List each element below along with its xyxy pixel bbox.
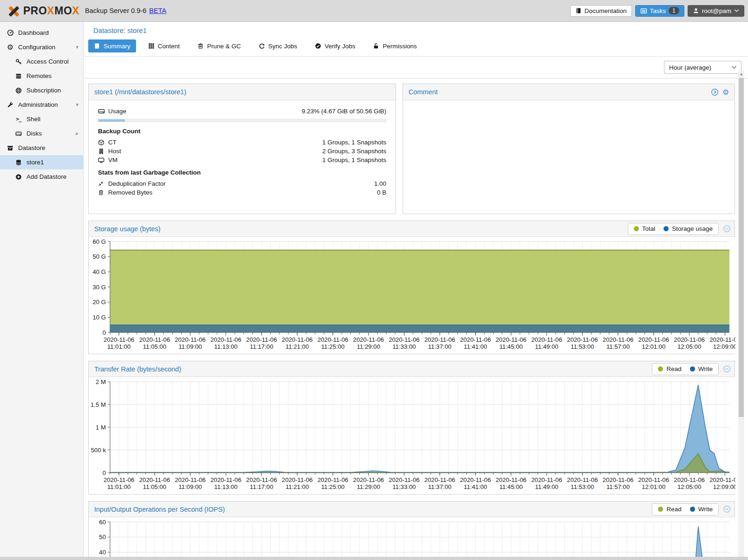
svg-text:40: 40 [99,549,106,556]
svg-text:11:53:00: 11:53:00 [571,483,594,490]
svg-text:11:25:00: 11:25:00 [321,343,345,350]
svg-text:11:33:00: 11:33:00 [392,483,416,490]
beta-link[interactable]: BETA [149,7,166,14]
expander-down-icon[interactable]: ▾ [76,44,78,50]
svg-text:11:17:00: 11:17:00 [250,483,273,490]
backup-count-heading: Backup Count [98,128,386,135]
sidebar-item-access-control[interactable]: Access Control [0,54,83,69]
gc-stats-heading: Stats from last Garbage Collection [98,169,386,176]
svg-text:60: 60 [99,519,106,526]
expander-down-icon[interactable]: ▾ [76,102,78,108]
svg-text:2020-11-06: 2020-11-06 [210,336,241,343]
sidebar-item-disks[interactable]: Disks ▸ [0,126,83,141]
store-panel-title: store1 (/mnt/datastores/store1) [94,88,186,96]
svg-text:11:13:00: 11:13:00 [214,343,237,350]
sidebar-item-administration[interactable]: Administration ▾ [0,98,83,112]
collapse-minus-circle-icon[interactable] [723,225,731,233]
sidebar-item-shell[interactable]: >_ Shell [0,112,83,126]
usage-row: Usage 9.23% (4.67 GiB of 50.56 GiB) [98,107,386,116]
terminal-icon: >_ [14,116,23,122]
chart-toolbar: Hour (average) [84,57,748,78]
usage-label: Usage [108,108,126,115]
svg-text:2020-11-06: 2020-11-06 [603,336,633,343]
legend-item-total[interactable]: Total [634,225,656,232]
svg-text:2020-11-06: 2020-11-06 [460,336,491,343]
sidebar-item-store1[interactable]: store1 [0,155,83,169]
ct-row: CT 1 Groups, 1 Snapshots [98,138,386,147]
svg-text:2020-11-06: 2020-11-06 [674,336,704,343]
tab-permissions[interactable]: Permissions [367,39,423,52]
comment-panel: Comment ⚙ [403,84,735,214]
timeframe-select[interactable]: Hour (average) [664,61,741,74]
tasks-count-badge: 1 [669,7,679,14]
storage-usage-chart-panel: Storage usage (bytes) Total Storage usag… [88,221,735,354]
legend-item-read[interactable]: Read [658,506,681,513]
sidebar-item-add-datastore[interactable]: Add Datastore [0,169,83,184]
scrollbar-thumb[interactable] [739,78,744,417]
sidebar-item-subscription[interactable]: Subscription [0,83,83,98]
svg-text:2020-11-06: 2020-11-06 [353,476,384,483]
svg-text:11:57:00: 11:57:00 [606,483,630,490]
tasks-button[interactable]: Tasks 1 [635,5,684,17]
sidebar-item-dashboard[interactable]: Dashboard [0,26,83,40]
svg-text:2020-11-06: 2020-11-06 [424,476,455,483]
book-icon [575,7,582,14]
svg-text:2020-11-06: 2020-11-06 [210,476,241,483]
user-menu-button[interactable]: root@pam [688,5,744,17]
brand-logo: PROXMOX [23,5,79,17]
server-stack-icon [14,73,23,79]
storage-usage-chart-title: Storage usage (bytes) [94,225,161,233]
svg-text:2020-11-06: 2020-11-06 [389,476,419,483]
tab-summary[interactable]: Summary [88,39,136,52]
svg-text:12:05:00: 12:05:00 [677,343,701,350]
svg-text:40 G: 40 G [92,268,106,275]
collapse-minus-circle-icon[interactable] [723,365,731,373]
vertical-scrollbar[interactable]: ▲ [738,71,744,557]
svg-text:2020-11-06: 2020-11-06 [495,336,526,343]
top-header-bar: PROXMOX Backup Server 0.9-6 BETA Documen… [0,0,748,22]
svg-text:2020-11-06: 2020-11-06 [175,336,205,343]
legend-item-read[interactable]: Read [658,365,681,372]
scroll-up-arrow-icon[interactable]: ▲ [738,71,744,77]
svg-text:11:41:00: 11:41:00 [464,343,487,350]
svg-text:2020-11-06: 2020-11-06 [709,476,735,483]
svg-text:2020-11-06: 2020-11-06 [460,476,491,483]
gears-icon: ⚙ [6,44,15,51]
svg-text:2020-11-06: 2020-11-06 [282,476,312,483]
legend-item-write[interactable]: Write [690,365,713,372]
svg-text:2020-11-06: 2020-11-06 [638,476,669,483]
legend-item-write[interactable]: Write [690,506,713,513]
monitor-icon [98,157,108,163]
sidebar: Dashboard ⚙ Configuration ▾ Access Contr… [0,22,84,557]
task-list-icon [640,7,647,14]
legend-dot [690,366,695,371]
documentation-button[interactable]: Documentation [570,5,632,17]
usage-value: 9.23% (4.67 GiB of 50.56 GiB) [302,108,386,115]
svg-text:2020-11-06: 2020-11-06 [175,476,205,483]
edit-comment-circle-chevron-icon[interactable] [711,88,719,96]
tab-verify-jobs[interactable]: Verify Jobs [309,39,361,52]
svg-text:1.5 M: 1.5 M [91,401,106,408]
sidebar-item-remotes[interactable]: Remotes [0,69,83,83]
svg-text:2020-11-06: 2020-11-06 [531,336,562,343]
gear-icon[interactable]: ⚙ [722,88,729,97]
svg-text:2020-11-06: 2020-11-06 [567,476,598,483]
svg-text:11:25:00: 11:25:00 [321,483,345,490]
tab-sync-jobs[interactable]: Sync Jobs [253,39,303,52]
svg-text:0: 0 [103,329,106,336]
svg-text:11:29:00: 11:29:00 [357,343,380,350]
tab-content[interactable]: Content [143,39,185,52]
sidebar-item-configuration[interactable]: ⚙ Configuration ▾ [0,40,83,54]
legend-item-storage-usage[interactable]: Storage usage [663,225,713,232]
svg-text:2020-11-06: 2020-11-06 [318,336,348,343]
plus-circle-icon [14,174,23,180]
iops-chart-title: Input/Output Operations per Second (IOPS… [94,506,225,513]
svg-text:2020-11-06: 2020-11-06 [603,476,633,483]
collapse-minus-circle-icon[interactable] [723,505,731,513]
tab-prune-gc[interactable]: Prune & GC [192,39,247,52]
sidebar-item-datastore[interactable]: Datastore [0,141,83,155]
svg-text:2020-11-06: 2020-11-06 [104,336,134,343]
svg-text:11:09:00: 11:09:00 [179,483,202,490]
expander-right-icon[interactable]: ▸ [76,130,78,137]
svg-text:2020-11-06: 2020-11-06 [139,336,170,343]
